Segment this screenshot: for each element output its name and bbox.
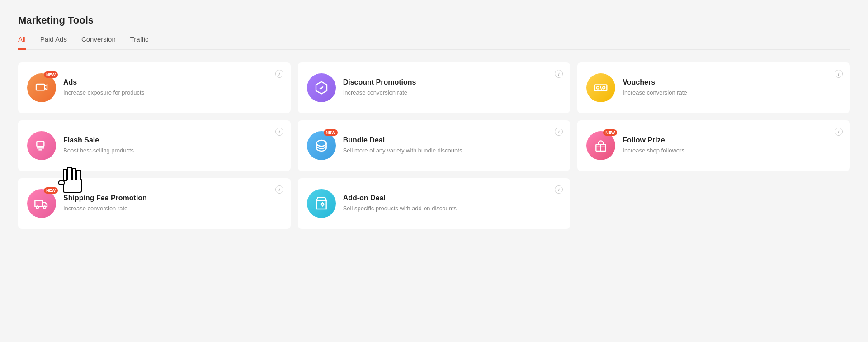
- vouchers-text: Vouchers Increase conversion rate: [623, 78, 841, 97]
- svg-point-3: [603, 86, 605, 89]
- tools-grid: NEW Ads Increase exposure for products i…: [18, 62, 850, 229]
- flash-icon: [34, 138, 49, 153]
- ads-desc: Increase exposure for products: [63, 89, 282, 97]
- flash-info-icon[interactable]: i: [275, 128, 283, 136]
- follow-prize-desc: Increase shop followers: [623, 147, 841, 155]
- addon-info-icon[interactable]: i: [555, 185, 563, 194]
- ads-new-badge: NEW: [44, 71, 58, 78]
- card-add-on-deal[interactable]: Add-on Deal Sell specific products with …: [298, 178, 571, 229]
- shipping-new-badge: NEW: [44, 187, 58, 194]
- addon-icon-circle: [307, 189, 336, 218]
- card-bundle-deal[interactable]: NEW Bundle Deal Sell more of any variety…: [298, 120, 571, 171]
- tab-all[interactable]: All: [18, 35, 26, 50]
- svg-rect-0: [36, 84, 45, 90]
- ads-info-icon[interactable]: i: [275, 70, 283, 78]
- bundle-icon-circle: NEW: [307, 131, 336, 160]
- card-discount-promotions[interactable]: Discount Promotions Increase conversion …: [298, 62, 571, 113]
- follow-prize-new-badge: NEW: [603, 129, 617, 136]
- shipping-icon-circle: NEW: [27, 189, 56, 218]
- ads-icon-circle: NEW: [27, 73, 56, 102]
- follow-prize-icon: [594, 138, 608, 153]
- svg-point-2: [597, 86, 599, 89]
- shipping-icon: [34, 196, 49, 211]
- discount-icon-circle: [307, 73, 336, 102]
- flash-text: Flash Sale Boost best-selling products: [63, 136, 282, 155]
- svg-point-11: [43, 206, 46, 208]
- tab-conversion[interactable]: Conversion: [81, 35, 116, 50]
- vouchers-icon: [594, 81, 608, 95]
- vouchers-title: Vouchers: [623, 78, 841, 86]
- ads-title: Ads: [63, 78, 282, 86]
- flash-title: Flash Sale: [63, 136, 282, 144]
- follow-prize-info-icon[interactable]: i: [835, 128, 843, 136]
- page-title: Marketing Tools: [18, 14, 850, 26]
- bundle-info-icon[interactable]: i: [555, 128, 563, 136]
- card-shipping-fee-promotion[interactable]: NEW Shipping Fee Promotion Increase conv…: [18, 178, 291, 229]
- card-flash-sale[interactable]: Flash Sale Boost best-selling products i: [18, 120, 291, 171]
- svg-line-4: [600, 86, 602, 90]
- bundle-title: Bundle Deal: [343, 136, 561, 144]
- addon-text: Add-on Deal Sell specific products with …: [343, 194, 561, 213]
- ads-icon: [34, 81, 49, 95]
- tab-traffic[interactable]: Traffic: [130, 35, 149, 50]
- addon-icon: [314, 196, 329, 211]
- vouchers-icon-circle: [586, 73, 615, 102]
- bundle-text: Bundle Deal Sell more of any variety wit…: [343, 136, 561, 155]
- ads-text: Ads Increase exposure for products: [63, 78, 282, 97]
- shipping-info-icon[interactable]: i: [275, 185, 283, 194]
- discount-desc: Increase conversion rate: [343, 89, 561, 97]
- flash-icon-circle: [27, 131, 56, 160]
- vouchers-desc: Increase conversion rate: [623, 89, 841, 97]
- tabs-bar: All Paid Ads Conversion Traffic: [18, 35, 850, 50]
- bundle-desc: Sell more of any variety with bundle dis…: [343, 147, 561, 155]
- flash-desc: Boost best-selling products: [63, 147, 282, 155]
- shipping-desc: Increase conversion rate: [63, 204, 282, 213]
- bundle-icon: [314, 138, 329, 153]
- discount-text: Discount Promotions Increase conversion …: [343, 78, 561, 97]
- tab-paid-ads[interactable]: Paid Ads: [40, 35, 67, 50]
- addon-desc: Sell specific products with add-on disco…: [343, 204, 561, 213]
- bundle-new-badge: NEW: [324, 129, 338, 136]
- discount-info-icon[interactable]: i: [555, 70, 563, 78]
- card-follow-prize[interactable]: NEW Follow Prize Increase shop followers…: [577, 120, 850, 171]
- shipping-text: Shipping Fee Promotion Increase conversi…: [63, 194, 282, 213]
- svg-point-8: [316, 140, 326, 146]
- card-ads[interactable]: NEW Ads Increase exposure for products i: [18, 62, 291, 113]
- follow-prize-title: Follow Prize: [623, 136, 841, 144]
- svg-point-12: [321, 203, 324, 205]
- shipping-title: Shipping Fee Promotion: [63, 194, 282, 202]
- svg-point-10: [36, 206, 38, 208]
- vouchers-info-icon[interactable]: i: [835, 70, 843, 78]
- follow-prize-icon-circle: NEW: [586, 131, 615, 160]
- card-vouchers[interactable]: Vouchers Increase conversion rate i: [577, 62, 850, 113]
- discount-icon: [314, 81, 329, 95]
- follow-prize-text: Follow Prize Increase shop followers: [623, 136, 841, 155]
- addon-title: Add-on Deal: [343, 194, 561, 202]
- svg-rect-5: [37, 142, 44, 147]
- discount-title: Discount Promotions: [343, 78, 561, 86]
